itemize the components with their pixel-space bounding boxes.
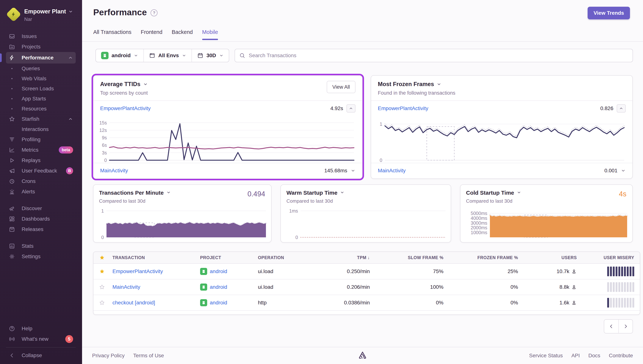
- collapse-row-button[interactable]: [347, 104, 356, 112]
- sidebar-item-stats[interactable]: Stats: [6, 241, 76, 251]
- help-icon[interactable]: ?: [151, 9, 158, 16]
- sidebar-item-label: Screen Loads: [22, 86, 54, 92]
- column-header-transaction[interactable]: TRANSACTION: [112, 255, 200, 260]
- tpm-dropdown[interactable]: Transactions Per Minute: [99, 190, 265, 196]
- project-link[interactable]: android: [210, 268, 227, 274]
- warm-chart-svg: 1ms0: [285, 209, 447, 239]
- user-misery-bar: [577, 266, 634, 276]
- footer-link-api[interactable]: API: [571, 353, 580, 358]
- sidebar-item-starfish[interactable]: Starfish: [6, 114, 76, 124]
- project-link[interactable]: android: [210, 284, 227, 290]
- frozen-frame-cell: 0%: [443, 284, 518, 290]
- sidebar-item-interactions[interactable]: Interactions: [6, 124, 76, 134]
- transaction-link[interactable]: MainActivity: [112, 284, 200, 290]
- column-header-project[interactable]: PROJECT: [200, 255, 258, 260]
- project-filter[interactable]: android: [96, 49, 143, 62]
- footer-link-docs[interactable]: Docs: [588, 353, 600, 358]
- footer-link-privacy-policy[interactable]: Privacy Policy: [92, 353, 125, 358]
- project-link[interactable]: android: [210, 300, 227, 306]
- environment-filter[interactable]: All Envs: [143, 49, 191, 62]
- sidebar-item-metrics[interactable]: Metricsbeta: [6, 145, 76, 155]
- transaction-link[interactable]: EmpowerPlantActivity: [100, 106, 151, 112]
- sidebar-item-replays[interactable]: Replays: [6, 155, 76, 166]
- expand-row-button[interactable]: [621, 168, 626, 173]
- svg-text:1000ms: 1000ms: [471, 230, 487, 235]
- chevron-left-icon: [9, 352, 15, 359]
- svg-text:1: 1: [101, 209, 104, 214]
- org-switcher[interactable]: Empower Plant Nar: [0, 0, 82, 22]
- sidebar-item-what-s-new[interactable]: What's new5: [6, 334, 76, 344]
- tab-frontend[interactable]: Frontend: [141, 29, 162, 40]
- star-outline-icon[interactable]: [99, 284, 112, 290]
- star-filled-icon[interactable]: [99, 268, 112, 274]
- cold-startup-dropdown[interactable]: Cold Startup Time: [466, 190, 627, 196]
- android-icon: [101, 52, 109, 59]
- sidebar-item-performance[interactable]: Performance: [6, 52, 76, 64]
- column-header-operation[interactable]: OPERATION: [258, 255, 319, 260]
- sidebar-item-screen-loads[interactable]: Screen Loads: [6, 84, 76, 94]
- svg-text:9s: 9s: [102, 135, 107, 140]
- sidebar-item-web-vitals[interactable]: Web Vitals: [6, 74, 76, 84]
- column-header-tpm[interactable]: TPM↓: [319, 255, 370, 260]
- svg-text:0: 0: [295, 235, 298, 239]
- user-misery-bar: [577, 282, 634, 292]
- sidebar-item-discover[interactable]: Discover: [6, 203, 76, 214]
- transaction-link[interactable]: MainActivity: [378, 168, 406, 174]
- chevron-up-icon: [68, 116, 73, 122]
- sidebar-item-profiling[interactable]: Profiling: [6, 134, 76, 145]
- warm-startup-dropdown[interactable]: Warm Startup Time: [286, 190, 445, 196]
- main-content: Performance ? View Trends All Transactio…: [82, 0, 643, 364]
- sidebar-item-issues[interactable]: Issues: [6, 31, 76, 42]
- ttid-value: 145.68ms: [324, 168, 347, 174]
- star-column-header[interactable]: [99, 255, 112, 260]
- view-trends-button[interactable]: View Trends: [588, 7, 630, 19]
- date-range-filter[interactable]: 30D: [191, 49, 229, 62]
- sidebar-item-help[interactable]: Help: [6, 324, 76, 334]
- average-ttids-subtitle: Top screens by count: [100, 90, 148, 96]
- ttid-value: 4.92s: [331, 106, 343, 112]
- column-header-users[interactable]: USERS: [518, 255, 577, 260]
- sidebar-item-projects[interactable]: Projects: [6, 42, 76, 52]
- sidebar-item-user-feedback[interactable]: User FeedbackB: [6, 166, 76, 176]
- column-header-slow-frame[interactable]: SLOW FRAME %: [370, 255, 443, 260]
- footer-link-service-status[interactable]: Service Status: [529, 353, 563, 358]
- tab-all-transactions[interactable]: All Transactions: [93, 29, 131, 40]
- most-frozen-frames-subtitle: Found in the following transactions: [378, 90, 455, 96]
- frozen-frames-value: 0.826: [600, 106, 613, 112]
- expand-row-button[interactable]: [351, 168, 356, 173]
- search-input[interactable]: [235, 49, 633, 62]
- transaction-link[interactable]: EmpowerPlantActivity: [378, 106, 428, 112]
- transaction-link[interactable]: EmpowerPlantActivity: [112, 268, 200, 274]
- view-all-button[interactable]: View All: [327, 81, 356, 93]
- most-frozen-frames-dropdown[interactable]: Most Frozen Frames: [378, 81, 455, 88]
- svg-text:0: 0: [380, 158, 382, 162]
- column-header-frozen-frame[interactable]: FROZEN FRAME %: [443, 255, 518, 260]
- sidebar-item-queries[interactable]: Queries: [6, 64, 76, 74]
- sidebar-item-app-starts[interactable]: App Starts: [6, 94, 76, 104]
- bullet-dot: [9, 68, 15, 69]
- sidebar-item-alerts[interactable]: Alerts: [6, 186, 76, 197]
- sidebar-item-crons[interactable]: Crons: [6, 176, 76, 186]
- footer-link-terms-of-use[interactable]: Terms of Use: [133, 353, 164, 358]
- operation-cell: ui.load: [258, 284, 319, 290]
- sidebar-item-resources[interactable]: Resources: [6, 104, 76, 114]
- collapse-row-button[interactable]: [617, 104, 626, 112]
- average-ttids-dropdown[interactable]: Average TTIDs: [100, 81, 148, 88]
- previous-page-button[interactable]: [604, 320, 618, 333]
- sidebar-item-releases[interactable]: Releases: [6, 224, 76, 234]
- sidebar-item-dashboards[interactable]: Dashboards: [6, 214, 76, 224]
- tab-backend[interactable]: Backend: [172, 29, 193, 40]
- transaction-link[interactable]: MainActivity: [100, 168, 128, 174]
- tab-mobile[interactable]: Mobile: [202, 29, 218, 40]
- sidebar-item-settings[interactable]: Settings: [6, 251, 76, 262]
- column-header-user-misery[interactable]: USER MISERY: [577, 255, 634, 260]
- ttids-chart-svg: 15s12s9s6s3s0: [97, 119, 355, 162]
- next-page-button[interactable]: [618, 320, 632, 333]
- releases-icon: [9, 226, 15, 233]
- sidebar-item-collapse[interactable]: Collapse: [6, 350, 76, 361]
- table-header-row: TRANSACTIONPROJECTOPERATIONTPM↓SLOW FRAM…: [93, 252, 640, 264]
- average-ttids-chart: 15s12s9s6s3s0: [97, 119, 355, 162]
- transaction-link[interactable]: checkout [android]: [112, 300, 200, 306]
- star-outline-icon[interactable]: [99, 300, 112, 306]
- footer-link-contribute[interactable]: Contribute: [609, 353, 633, 358]
